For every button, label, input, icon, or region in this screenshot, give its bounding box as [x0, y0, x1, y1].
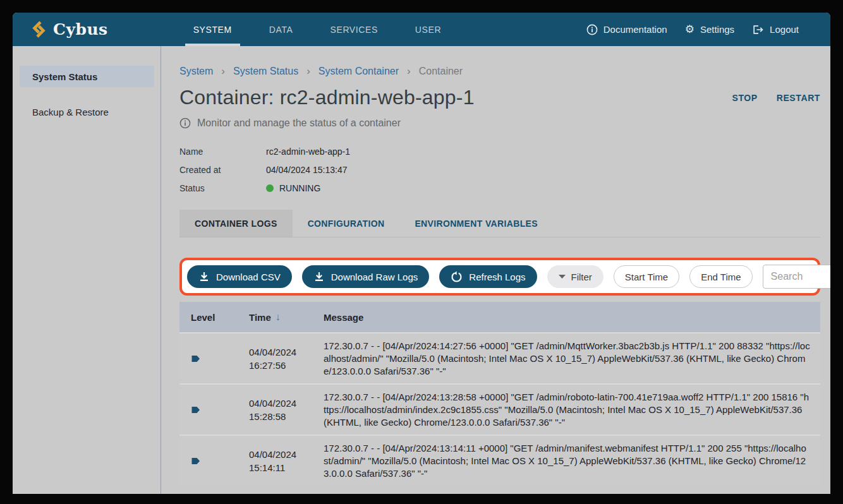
- filter-dropdown[interactable]: Filter: [547, 265, 603, 288]
- detail-tabs: CONTAINER LOGS CONFIGURATION ENVIRONMENT…: [179, 210, 820, 237]
- sort-descending-icon[interactable]: ↓: [276, 311, 281, 323]
- breadcrumb-separator: ›: [407, 65, 411, 78]
- end-time-button[interactable]: End Time: [689, 265, 752, 288]
- nav-tab-data[interactable]: DATA: [261, 13, 301, 46]
- breadcrumb-separator: ›: [221, 65, 225, 78]
- container-details: Name rc2-admin-web-app-1 Created at 04/0…: [179, 142, 820, 197]
- top-navbar: Cybus SYSTEM DATA SERVICES USER Document…: [13, 13, 830, 46]
- brand-name: Cybus: [53, 20, 108, 39]
- log-message: 172.30.0.7 - - [04/Apr/2024:13:14:11 +00…: [324, 442, 820, 480]
- brand[interactable]: Cybus: [30, 13, 108, 46]
- logs-table-header: Level Time ↓ Message: [179, 302, 820, 332]
- download-raw-logs-label: Download Raw Logs: [331, 272, 418, 282]
- sidebar: System Status Backup & Restore: [13, 46, 161, 494]
- tab-environment-variables[interactable]: ENVIRONMENT VARIABLES: [399, 210, 553, 237]
- start-time-label: Start Time: [625, 272, 668, 282]
- navbar-actions: Documentation ⚙ Settings Logout: [586, 13, 799, 46]
- nav-tab-services[interactable]: SERVICES: [322, 13, 386, 46]
- log-time: 04/04/2024 15:14:11: [249, 448, 324, 474]
- log-row[interactable]: 04/04/2024 16:27:56 172.30.0.7 - - [04/A…: [179, 332, 820, 383]
- breadcrumb-current: Container: [419, 66, 463, 77]
- status-label: Status: [179, 183, 266, 193]
- info-circle-icon: [586, 24, 598, 35]
- chevron-down-icon: [559, 275, 566, 279]
- filter-label: Filter: [571, 272, 592, 282]
- logs-toolbar-highlighted: Download CSV Download Raw Logs: [179, 258, 820, 296]
- documentation-link[interactable]: Documentation: [586, 24, 667, 35]
- download-csv-button[interactable]: Download CSV: [187, 265, 292, 288]
- nav-tab-system[interactable]: SYSTEM: [185, 13, 240, 46]
- main-panel: System › System Status › System Containe…: [161, 46, 830, 494]
- nav-tab-user[interactable]: USER: [407, 13, 449, 46]
- gear-icon: ⚙: [685, 24, 694, 35]
- breadcrumb-system[interactable]: System: [179, 66, 213, 77]
- download-csv-label: Download CSV: [216, 272, 281, 282]
- breadcrumb-system-container[interactable]: System Container: [318, 66, 399, 77]
- log-time: 04/04/2024 15:28:58: [249, 397, 324, 423]
- start-time-button[interactable]: Start Time: [614, 265, 679, 288]
- log-message: 172.30.0.7 - - [04/Apr/2024:14:27:56 +00…: [324, 340, 820, 378]
- settings-button[interactable]: ⚙ Settings: [685, 24, 734, 35]
- sidebar-item-system-status[interactable]: System Status: [20, 66, 154, 87]
- breadcrumb-separator: ›: [306, 65, 310, 78]
- stop-button[interactable]: STOP: [732, 93, 757, 103]
- download-icon: [313, 271, 325, 282]
- restart-button[interactable]: RESTART: [777, 93, 820, 103]
- refresh-logs-label: Refresh Logs: [469, 272, 525, 282]
- refresh-icon: [451, 271, 463, 283]
- info-circle-icon: [179, 117, 191, 129]
- log-time: 04/04/2024 16:27:56: [249, 345, 324, 372]
- status-badge: RUNNING: [266, 183, 320, 193]
- log-message: 172.30.0.7 - - [04/Apr/2024:13:28:58 +00…: [324, 391, 820, 429]
- breadcrumb: System › System Status › System Containe…: [179, 65, 820, 78]
- log-level-tag-icon: [191, 355, 200, 363]
- created-at-label: Created at: [179, 165, 266, 175]
- name-value: rc2-admin-web-app-1: [266, 147, 350, 157]
- app-window: Cybus SYSTEM DATA SERVICES USER Document…: [13, 13, 830, 494]
- name-label: Name: [179, 147, 266, 157]
- column-header-time: Time: [249, 312, 271, 323]
- search-input[interactable]: [771, 271, 830, 282]
- page-title: Container: rc2-admin-web-app-1: [179, 86, 475, 109]
- tab-configuration[interactable]: CONFIGURATION: [293, 210, 400, 237]
- download-icon: [198, 271, 210, 282]
- column-header-level: Level: [179, 312, 249, 323]
- cybus-logo-icon: [30, 20, 47, 39]
- column-header-message: Message: [324, 312, 820, 323]
- sidebar-item-backup-restore[interactable]: Backup & Restore: [20, 101, 154, 123]
- refresh-logs-button[interactable]: Refresh Logs: [439, 265, 537, 288]
- created-at-value: 04/04/2024 15:13:47: [266, 165, 347, 175]
- logout-label: Logout: [770, 24, 799, 35]
- status-value: RUNNING: [279, 183, 320, 193]
- settings-label: Settings: [700, 24, 734, 35]
- log-level-tag-icon: [191, 457, 200, 465]
- search-box[interactable]: [763, 265, 830, 289]
- tab-container-logs[interactable]: CONTAINER LOGS: [179, 210, 293, 237]
- log-level-tag-icon: [191, 406, 200, 414]
- status-running-dot: [266, 184, 274, 192]
- breadcrumb-system-status[interactable]: System Status: [233, 66, 298, 77]
- download-raw-logs-button[interactable]: Download Raw Logs: [302, 265, 430, 288]
- primary-nav: SYSTEM DATA SERVICES USER: [185, 13, 450, 46]
- logout-icon: [752, 24, 764, 35]
- end-time-label: End Time: [701, 272, 741, 282]
- logout-button[interactable]: Logout: [752, 24, 799, 35]
- page-subtitle: Monitor and manage the status of a conta…: [197, 117, 401, 129]
- log-row[interactable]: 04/04/2024 15:28:58 172.30.0.7 - - [04/A…: [179, 383, 820, 435]
- log-row[interactable]: 04/04/2024 15:14:11 172.30.0.7 - - [04/A…: [179, 435, 820, 486]
- logs-table: Level Time ↓ Message: [179, 302, 820, 486]
- documentation-label: Documentation: [603, 24, 667, 35]
